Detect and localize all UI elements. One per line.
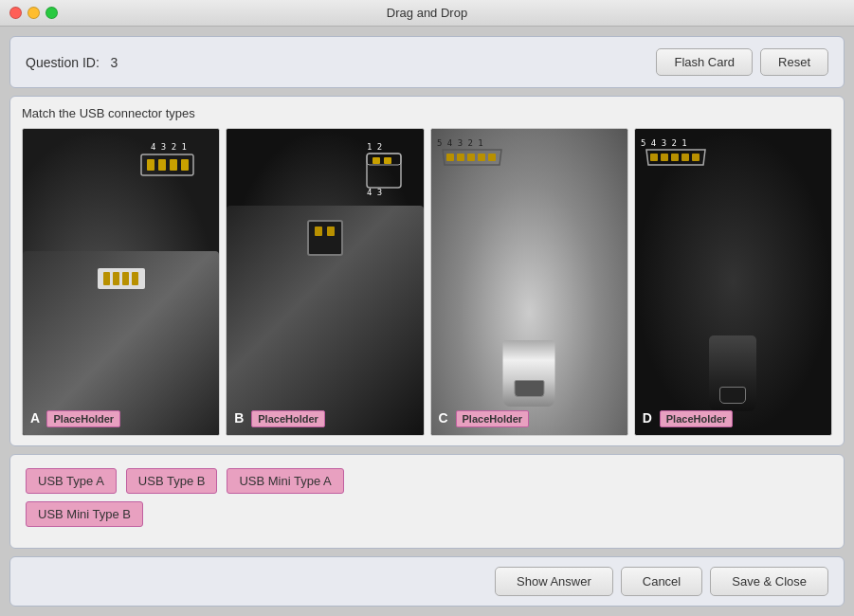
svg-text:5 4 3 2 1: 5 4 3 2 1 xyxy=(437,138,483,148)
pin3 xyxy=(122,272,129,285)
tags-row-1: USB Type A USB Type B USB Mini Type A xyxy=(26,468,828,494)
header-panel: Question ID: 3 Flash Card Reset xyxy=(9,36,845,88)
svg-text:4  3: 4 3 xyxy=(367,188,382,197)
mini-usb-body xyxy=(503,340,555,407)
question-id-value: 3 xyxy=(111,55,118,70)
titlebar-buttons xyxy=(9,7,58,19)
svg-rect-15 xyxy=(457,154,464,161)
svg-rect-18 xyxy=(488,154,496,161)
cell-c-placeholder[interactable]: PlaceHolder xyxy=(456,410,530,427)
img-b-background: 1 2 4 3 xyxy=(227,129,423,435)
usb-a-port-inner xyxy=(98,268,145,289)
image-cell-a[interactable]: 4 3 2 1 xyxy=(22,128,220,436)
svg-rect-17 xyxy=(478,154,485,161)
usb-d-diagram: 5 4 3 2 1 xyxy=(639,136,715,173)
footer-panel: Show Answer Cancel Save & Close xyxy=(9,556,845,607)
usb-b-port-inner xyxy=(307,220,343,256)
svg-rect-23 xyxy=(671,154,679,161)
image-cell-b[interactable]: 1 2 4 3 xyxy=(226,128,424,436)
cell-d-label: D PlaceHolder xyxy=(643,410,734,427)
usb-b-diagram: 1 2 4 3 xyxy=(357,140,414,201)
svg-text:5 4 3 2 1: 5 4 3 2 1 xyxy=(641,138,687,148)
svg-rect-3 xyxy=(158,159,166,171)
panel-instruction: Match the USB connector types xyxy=(22,106,832,120)
image-panel: Match the USB connector types 4 3 2 1 xyxy=(9,96,845,446)
svg-rect-9 xyxy=(372,157,380,164)
cell-b-label: B PlaceHolder xyxy=(234,410,325,427)
svg-text:4  3  2  1: 4 3 2 1 xyxy=(151,142,187,152)
question-id-label: Question ID: xyxy=(26,55,100,70)
svg-rect-25 xyxy=(692,154,700,161)
svg-rect-24 xyxy=(681,154,689,161)
pin4 xyxy=(132,272,138,285)
img-d-background: 5 4 3 2 1 xyxy=(635,129,831,435)
image-cell-c[interactable]: 5 4 3 2 1 xyxy=(430,128,628,436)
svg-rect-21 xyxy=(650,154,658,161)
maximize-button[interactable] xyxy=(45,7,58,19)
tag-usb-type-b[interactable]: USB Type B xyxy=(126,468,218,494)
svg-rect-2 xyxy=(147,159,154,171)
cell-c-label: C PlaceHolder xyxy=(439,410,530,427)
cell-a-label: A PlaceHolder xyxy=(30,410,120,427)
usb-b-plug-body xyxy=(227,206,423,435)
flash-card-button[interactable]: Flash Card xyxy=(656,48,753,76)
usb-a-plug-body xyxy=(23,251,219,435)
header-buttons: Flash Card Reset xyxy=(656,48,828,76)
window-title: Drag and Drop xyxy=(387,6,467,20)
tag-usb-mini-type-a[interactable]: USB Mini Type A xyxy=(227,468,343,494)
tag-usb-type-a[interactable]: USB Type A xyxy=(26,468,117,494)
reset-button[interactable]: Reset xyxy=(760,48,828,76)
tags-row-2: USB Mini Type B xyxy=(26,501,828,527)
close-button[interactable] xyxy=(9,7,22,19)
cancel-button[interactable]: Cancel xyxy=(621,567,702,596)
img-a-background: 4 3 2 1 xyxy=(23,129,219,435)
cell-b-placeholder[interactable]: PlaceHolder xyxy=(251,410,325,427)
pin1 xyxy=(103,272,110,285)
svg-rect-16 xyxy=(467,154,475,161)
svg-text:1  2: 1 2 xyxy=(367,142,382,152)
mini-b-usb-body xyxy=(709,335,756,411)
mini-b-usb-port xyxy=(719,387,746,404)
image-cell-d[interactable]: 5 4 3 2 1 D xyxy=(634,128,832,436)
question-id-area: Question ID: 3 xyxy=(26,55,118,70)
svg-rect-22 xyxy=(661,154,668,161)
save-close-button[interactable]: Save & Close xyxy=(710,567,828,596)
b-pin2 xyxy=(327,226,335,236)
mini-usb-port xyxy=(514,380,544,397)
usb-a-diagram: 4 3 2 1 xyxy=(122,140,208,191)
svg-rect-10 xyxy=(384,157,391,164)
main-content: Question ID: 3 Flash Card Reset Match th… xyxy=(0,27,854,616)
svg-rect-5 xyxy=(181,159,189,171)
show-answer-button[interactable]: Show Answer xyxy=(495,567,613,596)
svg-rect-14 xyxy=(446,154,454,161)
tag-usb-mini-type-b[interactable]: USB Mini Type B xyxy=(26,501,143,527)
pin2 xyxy=(113,272,119,285)
tags-panel: USB Type A USB Type B USB Mini Type A US… xyxy=(9,454,845,549)
image-row: 4 3 2 1 xyxy=(22,128,832,436)
titlebar: Drag and Drop xyxy=(0,0,854,27)
img-c-background: 5 4 3 2 1 xyxy=(431,129,627,435)
usb-c-diagram: 5 4 3 2 1 xyxy=(435,136,511,173)
b-pin1 xyxy=(315,226,322,236)
minimize-button[interactable] xyxy=(27,7,40,19)
cell-d-placeholder[interactable]: PlaceHolder xyxy=(660,410,734,427)
cell-a-placeholder[interactable]: PlaceHolder xyxy=(46,410,120,427)
svg-rect-4 xyxy=(170,159,177,171)
